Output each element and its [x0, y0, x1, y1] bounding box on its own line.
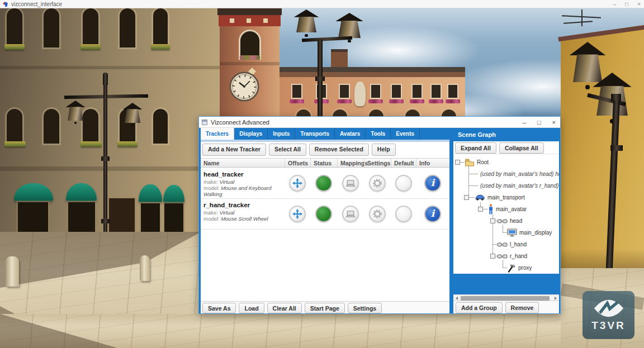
clock — [229, 71, 260, 102]
hammer-icon — [507, 264, 516, 273]
trackers-panel: Add a New Tracker Select All Remove Sele… — [201, 142, 449, 313]
scroll-left-arrow-icon[interactable] — [456, 297, 458, 300]
pavement-bottom — [0, 314, 644, 348]
tab-trackers[interactable]: Trackers — [201, 128, 234, 140]
help-button[interactable]: Help — [372, 144, 396, 156]
tree-node-root[interactable]: Root — [453, 156, 559, 168]
tree-node-proxy[interactable]: proxy — [453, 262, 559, 274]
scene-graph-toolbar: Expand All Collapse All — [453, 141, 559, 154]
vizconnect-window-controls: – □ × — [523, 117, 556, 128]
tree-node-head[interactable]: head — [453, 215, 559, 227]
os-window-controls: – □ × — [613, 0, 641, 8]
gear-icon — [372, 208, 383, 220]
keyboard-icon — [345, 179, 356, 188]
keyboard-icon — [345, 210, 356, 218]
settings-button[interactable] — [369, 206, 386, 222]
car-icon — [475, 194, 485, 201]
expand-all-button[interactable]: Expand All — [455, 142, 496, 154]
info-button[interactable]: i — [424, 175, 441, 192]
maximize-button[interactable]: □ — [537, 117, 541, 128]
header-name: Name — [201, 159, 285, 167]
scene-graph-title: Scene Graph — [452, 128, 560, 141]
tracker-make: Virtual — [220, 209, 235, 216]
load-button[interactable]: Load — [239, 303, 264, 313]
antenna — [581, 9, 583, 26]
info-icon: i — [431, 209, 434, 218]
scene-graph-tree: Root (used by main_avatar's head) head_t… — [453, 154, 559, 274]
trackers-table-header: Name Offsets Status Mappings Settings De… — [201, 158, 449, 168]
header-status: Status — [310, 159, 337, 167]
tab-bar: Trackers Displays Inputs Transports Avat… — [201, 128, 420, 140]
folder-icon — [465, 158, 475, 166]
tab-events[interactable]: Events — [391, 128, 420, 140]
add-group-button[interactable]: Add a Group — [456, 302, 503, 313]
tab-avatars[interactable]: Avatars — [335, 128, 366, 140]
scrollbar-thumb[interactable] — [461, 296, 550, 301]
scroll-right-arrow-icon[interactable] — [555, 297, 557, 300]
goggles-icon — [497, 218, 508, 224]
default-button[interactable] — [395, 175, 412, 192]
vizconnect-window: Vizconnect Advanced – □ × Trackers Displ… — [198, 116, 561, 314]
goggles-icon — [497, 242, 508, 247]
add-new-tracker-button[interactable]: Add a New Tracker — [202, 144, 266, 156]
tree-node-r-hand[interactable]: r_hand — [453, 250, 559, 262]
trackers-toolbar: Add a New Tracker Select All Remove Sele… — [202, 144, 396, 156]
clear-all-button[interactable]: Clear All — [267, 303, 302, 313]
tab-transports[interactable]: Transports — [295, 128, 335, 140]
bollard — [6, 256, 19, 287]
t3vr-eye-logo-icon — [591, 298, 626, 318]
scene-graph-footer: Add a Group Remove — [453, 301, 559, 313]
gear-icon — [372, 178, 383, 189]
status-indicator[interactable] — [315, 175, 332, 192]
select-all-button[interactable]: Select All — [269, 144, 306, 156]
scene-graph-spacer — [453, 274, 559, 294]
remove-group-button[interactable]: Remove — [505, 302, 539, 313]
tree-node-main-avatar[interactable]: main_avatar — [453, 203, 559, 215]
settings-page-button[interactable]: Settings — [348, 303, 382, 313]
start-page-button[interactable]: Start Page — [305, 303, 345, 313]
offsets-button[interactable] — [289, 175, 306, 192]
t3vr-watermark: T3VR — [583, 291, 634, 339]
tree-node-head-tracker[interactable]: (used by main_avatar's head) head_track — [453, 168, 559, 180]
tree-node-r-hand-tracker[interactable]: (used by main_avatar's r_hand) r_hand_t — [453, 180, 559, 192]
avatar-icon — [488, 204, 494, 214]
os-window-title: vizconnect_interface — [11, 1, 62, 7]
tracker-name: r_hand_tracker — [203, 202, 283, 208]
default-button[interactable] — [395, 206, 412, 222]
goggles-icon — [497, 254, 508, 259]
tab-inputs[interactable]: Inputs — [268, 128, 295, 140]
status-indicator[interactable] — [315, 206, 332, 222]
vizconnect-window-title: Vizconnect Advanced — [211, 119, 269, 126]
mappings-button[interactable] — [342, 206, 359, 222]
app-icon — [2, 1, 8, 7]
collapse-all-button[interactable]: Collapse All — [499, 142, 544, 154]
table-row-r-hand-tracker[interactable]: r_hand_tracker make: Virtual model: Mous… — [201, 199, 449, 230]
table-row-head-tracker[interactable]: head_tracker make: Virtual model: Mouse … — [201, 168, 449, 199]
move-arrows-icon — [292, 208, 303, 220]
remove-selected-button[interactable]: Remove Selected — [309, 144, 369, 156]
os-close-button[interactable]: × — [637, 0, 641, 8]
street-lamp-center — [285, 8, 363, 117]
vizconnect-window-icon — [202, 120, 207, 125]
info-icon: i — [431, 178, 434, 188]
vizconnect-titlebar[interactable]: Vizconnect Advanced – □ × — [199, 117, 560, 128]
scene-graph-hscrollbar[interactable] — [453, 294, 559, 301]
clock-tower — [220, 8, 280, 126]
os-maximize-button[interactable]: □ — [625, 0, 628, 8]
tab-tools[interactable]: Tools — [366, 128, 391, 140]
tab-displays[interactable]: Displays — [234, 128, 268, 140]
info-button[interactable]: i — [424, 206, 441, 222]
tracker-name: head_tracker — [203, 171, 283, 178]
mappings-button[interactable] — [342, 175, 359, 192]
save-as-button[interactable]: Save As — [202, 303, 236, 313]
offsets-button[interactable] — [289, 206, 306, 222]
monitor-icon — [507, 228, 517, 237]
tree-node-l-hand[interactable]: l_hand — [453, 239, 559, 250]
close-button[interactable]: × — [552, 117, 556, 128]
minimize-button[interactable]: – — [523, 117, 526, 128]
tree-node-main-display[interactable]: main_display — [453, 227, 559, 239]
os-minimize-button[interactable]: – — [613, 0, 617, 8]
tree-node-main-transport[interactable]: main_transport — [453, 192, 559, 203]
os-titlebar: vizconnect_interface – □ × — [0, 0, 644, 8]
settings-button[interactable] — [369, 175, 386, 192]
